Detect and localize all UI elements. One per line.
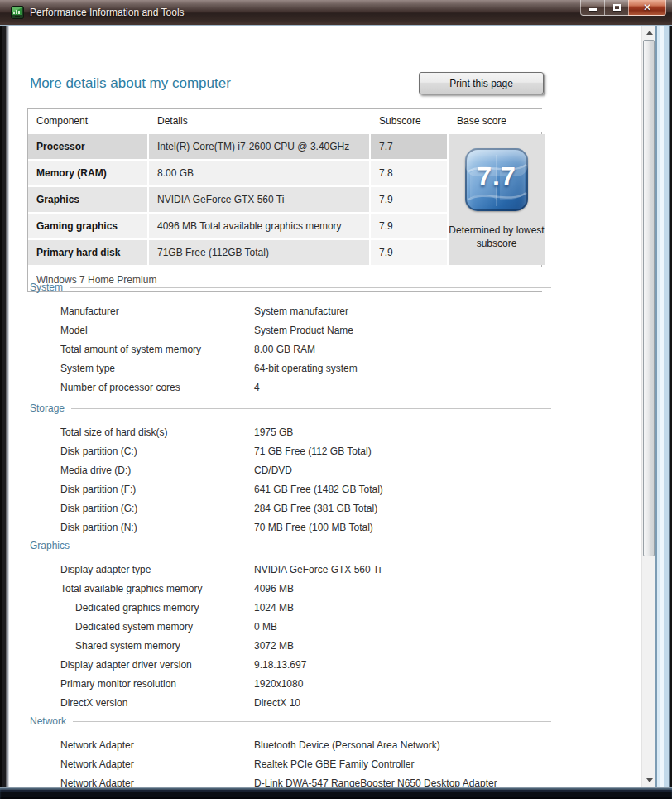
section-divider: [73, 721, 551, 722]
detail-row: Dedicated graphics memory 1024 MB: [30, 598, 551, 617]
section-title: System: [30, 282, 63, 293]
section-header: Storage: [30, 401, 551, 416]
detail-row: Disk partition (N:) 70 MB Free (100 MB T…: [30, 517, 551, 537]
detail-value: System Product Name: [254, 325, 353, 336]
component-name: Memory (RAM): [28, 161, 147, 185]
page-title: More details about my computer: [30, 75, 231, 92]
detail-row: Display adapter type NVIDIA GeForce GTX …: [30, 560, 551, 579]
detail-row: Total available graphics memory 4096 MB: [30, 579, 551, 598]
minimize-button[interactable]: [580, 0, 605, 16]
section-rows: Network Adapter Bluetooth Device (Person…: [30, 735, 551, 787]
detail-row: Shared system memory 3072 MB: [30, 636, 551, 655]
detail-label: Network Adapter: [30, 739, 254, 751]
detail-label: Media drive (D:): [30, 464, 254, 476]
detail-section: System Manufacturer System manufacturer …: [30, 280, 551, 397]
detail-value: 284 GB Free (381 GB Total): [254, 503, 377, 514]
scroll-up-icon: [646, 31, 653, 35]
detail-label: Disk partition (C:): [30, 445, 254, 457]
section-divider: [70, 287, 551, 288]
section-rows: Manufacturer System manufacturer Model S…: [30, 301, 551, 397]
detail-row: Manufacturer System manufacturer: [30, 301, 551, 320]
detail-row: Model System Product Name: [30, 320, 551, 339]
detail-section: Network Network Adapter Bluetooth Device…: [30, 714, 551, 787]
detail-row: Number of processor cores 4: [30, 378, 551, 397]
detail-label: Shared system memory: [30, 640, 254, 652]
detail-value: DirectX 10: [254, 697, 300, 709]
performance-info-window: Performance Information and Tools ✕ More…: [0, 0, 672, 799]
component-name: Graphics: [28, 187, 147, 212]
window-title: Performance Information and Tools: [30, 7, 185, 18]
detail-row: Disk partition (G:) 284 GB Free (381 GB …: [30, 498, 551, 517]
detail-label: Number of processor cores: [30, 382, 254, 393]
detail-row: Network Adapter Bluetooth Device (Person…: [30, 735, 551, 754]
print-this-page-button[interactable]: Print this page: [419, 72, 544, 94]
scroll-down-button[interactable]: [642, 773, 656, 787]
section-title: Storage: [30, 402, 65, 414]
section-divider: [71, 408, 551, 409]
scroll-up-button[interactable]: [642, 26, 656, 40]
base-score-value: 7.7: [465, 161, 528, 192]
component-details: 4096 MB Total available graphics memory: [149, 214, 369, 238]
detail-section: Storage Total size of hard disk(s) 1975 …: [30, 401, 551, 537]
detail-row: Network Adapter Realtek PCIe GBE Family …: [30, 754, 551, 773]
close-button[interactable]: ✕: [628, 0, 666, 16]
detail-label: Dedicated graphics memory: [30, 602, 254, 614]
detail-row: Network Adapter D-Link DWA-547 RangeBoos…: [30, 773, 551, 787]
component-subscore: 7.9: [371, 214, 447, 238]
detail-label: Manufacturer: [30, 306, 254, 317]
detail-row: Primary monitor resolution 1920x1080: [30, 674, 551, 693]
column-header-base-score: Base score: [449, 109, 545, 132]
maximize-icon: [613, 4, 621, 11]
component-details: 71GB Free (112GB Total): [149, 240, 369, 265]
detail-row: Media drive (D:) CD/DVD: [30, 460, 551, 479]
base-score-caption: Determined by lowest subscore: [449, 224, 545, 250]
component-subscore: 7.7: [371, 134, 447, 159]
detail-value: 4: [254, 382, 260, 393]
detail-value: D-Link DWA-547 RangeBooster N650 Desktop…: [254, 777, 497, 788]
section-rows: Display adapter type NVIDIA GeForce GTX …: [30, 560, 551, 712]
detail-label: Display adapter type: [30, 564, 254, 575]
section-header: Graphics: [30, 538, 551, 553]
window-border-left: [0, 26, 9, 787]
column-header-component: Component: [28, 109, 147, 132]
section-title: Graphics: [30, 540, 70, 551]
detail-row: System type 64-bit operating system: [30, 359, 551, 378]
detail-label: Disk partition (G:): [30, 503, 254, 514]
detail-value: 70 MB Free (100 MB Total): [254, 522, 373, 533]
detail-value: System manufacturer: [254, 306, 348, 317]
maximize-button[interactable]: [605, 0, 628, 16]
window-controls: ✕: [580, 0, 666, 16]
component-subscore: 7.9: [371, 240, 447, 265]
detail-value: 64-bit operating system: [254, 363, 358, 374]
detail-row: Disk partition (F:) 641 GB Free (1482 GB…: [30, 479, 551, 498]
detail-value: 71 GB Free (112 GB Total): [254, 445, 372, 457]
component-details: Intel(R) Core(TM) i7-2600 CPU @ 3.40GHz: [149, 134, 369, 159]
app-icon: [11, 6, 24, 19]
detail-value: 4096 MB: [254, 583, 294, 594]
detail-value: Bluetooth Device (Personal Area Network): [254, 739, 440, 751]
column-header-subscore: Subscore: [371, 109, 447, 132]
detail-row: Dedicated system memory 0 MB: [30, 617, 551, 636]
window-border-right: [655, 26, 672, 787]
section-header: Network: [30, 714, 551, 729]
column-header-details: Details: [149, 109, 369, 132]
component-name: Processor: [28, 134, 147, 159]
detail-label: Network Adapter: [30, 777, 254, 788]
scroll-down-icon: [646, 778, 653, 782]
titlebar: Performance Information and Tools ✕: [0, 0, 672, 26]
detail-label: DirectX version: [30, 697, 254, 709]
detail-row: Total amount of system memory 8.00 GB RA…: [30, 339, 551, 359]
vertical-scrollbar[interactable]: [641, 26, 655, 787]
detail-value: 9.18.13.697: [254, 659, 306, 671]
scrollbar-thumb[interactable]: [643, 40, 655, 556]
detail-row: Disk partition (C:) 71 GB Free (112 GB T…: [30, 441, 551, 460]
detail-label: Total amount of system memory: [30, 344, 254, 355]
component-subscore: 7.8: [371, 161, 447, 185]
window-border-bottom: [0, 787, 672, 799]
detail-section: Graphics Display adapter type NVIDIA GeF…: [30, 538, 551, 712]
detail-label: Total size of hard disk(s): [30, 426, 254, 438]
detail-value: Realtek PCIe GBE Family Controller: [254, 758, 414, 770]
detail-value: 8.00 GB RAM: [254, 344, 315, 355]
detail-label: Dedicated system memory: [30, 621, 254, 633]
detail-value: NVIDIA GeForce GTX 560 Ti: [254, 564, 381, 575]
